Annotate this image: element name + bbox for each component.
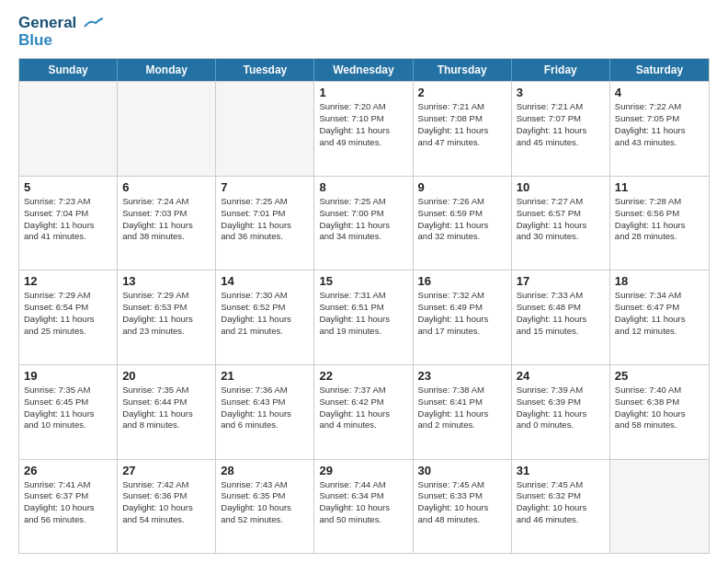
day-number: 23 — [418, 369, 506, 383]
calendar-day-19: 19Sunrise: 7:35 AM Sunset: 6:45 PM Dayli… — [19, 365, 118, 459]
calendar-day-21: 21Sunrise: 7:36 AM Sunset: 6:43 PM Dayli… — [216, 365, 314, 459]
day-number: 10 — [517, 180, 605, 194]
day-number: 8 — [319, 180, 407, 194]
day-info: Sunrise: 7:22 AM Sunset: 7:05 PM Dayligh… — [615, 101, 704, 148]
day-number: 27 — [122, 464, 210, 477]
day-number: 9 — [418, 180, 506, 194]
day-number: 22 — [319, 369, 407, 383]
day-number: 24 — [517, 369, 605, 383]
page: General Blue SundayMondayTuesdayWednesda… — [0, 0, 728, 563]
calendar-day-4: 4Sunrise: 7:22 AM Sunset: 7:05 PM Daylig… — [610, 82, 709, 176]
calendar-week-4: 19Sunrise: 7:35 AM Sunset: 6:45 PM Dayli… — [19, 364, 709, 459]
calendar-day-23: 23Sunrise: 7:38 AM Sunset: 6:41 PM Dayli… — [414, 365, 512, 459]
header: General Blue — [18, 15, 710, 49]
day-info: Sunrise: 7:21 AM Sunset: 7:07 PM Dayligh… — [517, 101, 605, 148]
weekday-header-sunday: Sunday — [19, 59, 118, 81]
weekday-header-wednesday: Wednesday — [314, 59, 413, 81]
day-info: Sunrise: 7:35 AM Sunset: 6:45 PM Dayligh… — [24, 385, 112, 431]
day-info: Sunrise: 7:24 AM Sunset: 7:03 PM Dayligh… — [122, 196, 210, 243]
day-number: 16 — [418, 274, 506, 288]
calendar-day-2: 2Sunrise: 7:21 AM Sunset: 7:08 PM Daylig… — [414, 82, 512, 176]
day-info: Sunrise: 7:36 AM Sunset: 6:43 PM Dayligh… — [221, 385, 309, 431]
day-number: 7 — [221, 180, 309, 194]
calendar-day-30: 30Sunrise: 7:45 AM Sunset: 6:33 PM Dayli… — [414, 460, 512, 554]
day-number: 28 — [221, 464, 309, 477]
calendar-day-20: 20Sunrise: 7:35 AM Sunset: 6:44 PM Dayli… — [118, 365, 216, 459]
calendar-day-3: 3Sunrise: 7:21 AM Sunset: 7:07 PM Daylig… — [512, 82, 610, 176]
calendar-day-31: 31Sunrise: 7:45 AM Sunset: 6:32 PM Dayli… — [512, 460, 610, 554]
day-info: Sunrise: 7:32 AM Sunset: 6:49 PM Dayligh… — [418, 290, 506, 337]
calendar-day-17: 17Sunrise: 7:33 AM Sunset: 6:48 PM Dayli… — [512, 270, 610, 364]
calendar-day-28: 28Sunrise: 7:43 AM Sunset: 6:35 PM Dayli… — [216, 460, 314, 554]
calendar-day-12: 12Sunrise: 7:29 AM Sunset: 6:54 PM Dayli… — [19, 270, 118, 364]
logo-bird-icon — [83, 17, 103, 30]
calendar-day-1: 1Sunrise: 7:20 AM Sunset: 7:10 PM Daylig… — [314, 82, 413, 176]
day-info: Sunrise: 7:30 AM Sunset: 6:52 PM Dayligh… — [221, 290, 309, 337]
day-info: Sunrise: 7:35 AM Sunset: 6:44 PM Dayligh… — [122, 385, 210, 431]
weekday-header-friday: Friday — [512, 59, 610, 81]
calendar-day-27: 27Sunrise: 7:42 AM Sunset: 6:36 PM Dayli… — [118, 460, 216, 554]
day-number: 13 — [122, 274, 210, 288]
calendar-day-8: 8Sunrise: 7:25 AM Sunset: 7:00 PM Daylig… — [314, 177, 413, 270]
day-info: Sunrise: 7:27 AM Sunset: 6:57 PM Dayligh… — [517, 196, 605, 243]
weekday-header-saturday: Saturday — [610, 59, 709, 81]
calendar-day-14: 14Sunrise: 7:30 AM Sunset: 6:52 PM Dayli… — [216, 270, 314, 364]
day-number: 25 — [615, 369, 704, 383]
day-info: Sunrise: 7:20 AM Sunset: 7:10 PM Dayligh… — [319, 101, 407, 148]
day-info: Sunrise: 7:42 AM Sunset: 6:36 PM Dayligh… — [122, 479, 210, 526]
calendar-week-5: 26Sunrise: 7:41 AM Sunset: 6:37 PM Dayli… — [19, 459, 709, 554]
day-info: Sunrise: 7:28 AM Sunset: 6:56 PM Dayligh… — [615, 196, 704, 243]
day-info: Sunrise: 7:29 AM Sunset: 6:54 PM Dayligh… — [24, 290, 112, 337]
day-number: 31 — [517, 464, 605, 477]
calendar-day-5: 5Sunrise: 7:23 AM Sunset: 7:04 PM Daylig… — [19, 177, 118, 270]
day-number: 18 — [615, 274, 704, 288]
day-info: Sunrise: 7:26 AM Sunset: 6:59 PM Dayligh… — [418, 196, 506, 243]
calendar-day-11: 11Sunrise: 7:28 AM Sunset: 6:56 PM Dayli… — [610, 177, 709, 270]
calendar-week-1: 1Sunrise: 7:20 AM Sunset: 7:10 PM Daylig… — [19, 81, 709, 176]
day-number: 12 — [24, 274, 112, 288]
day-number: 30 — [418, 464, 506, 477]
day-info: Sunrise: 7:45 AM Sunset: 6:33 PM Dayligh… — [418, 479, 506, 526]
day-number: 21 — [221, 369, 309, 383]
calendar-day-empty — [118, 82, 216, 176]
day-info: Sunrise: 7:41 AM Sunset: 6:37 PM Dayligh… — [24, 479, 112, 526]
calendar-day-empty — [610, 460, 709, 554]
calendar-header: SundayMondayTuesdayWednesdayThursdayFrid… — [19, 59, 709, 81]
calendar-day-13: 13Sunrise: 7:29 AM Sunset: 6:53 PM Dayli… — [118, 270, 216, 364]
weekday-header-thursday: Thursday — [414, 59, 512, 81]
day-info: Sunrise: 7:45 AM Sunset: 6:32 PM Dayligh… — [517, 479, 605, 526]
day-number: 1 — [319, 86, 407, 99]
day-number: 6 — [122, 180, 210, 194]
day-number: 2 — [418, 86, 506, 99]
day-info: Sunrise: 7:23 AM Sunset: 7:04 PM Dayligh… — [24, 196, 112, 243]
calendar-day-22: 22Sunrise: 7:37 AM Sunset: 6:42 PM Dayli… — [314, 365, 413, 459]
calendar-body: 1Sunrise: 7:20 AM Sunset: 7:10 PM Daylig… — [19, 81, 709, 553]
day-number: 20 — [122, 369, 210, 383]
calendar-week-2: 5Sunrise: 7:23 AM Sunset: 7:04 PM Daylig… — [19, 176, 709, 270]
day-info: Sunrise: 7:31 AM Sunset: 6:51 PM Dayligh… — [319, 290, 407, 337]
calendar: SundayMondayTuesdayWednesdayThursdayFrid… — [18, 58, 710, 554]
calendar-day-empty — [19, 82, 118, 176]
weekday-header-tuesday: Tuesday — [216, 59, 314, 81]
logo: General Blue — [18, 15, 103, 49]
day-info: Sunrise: 7:21 AM Sunset: 7:08 PM Dayligh… — [418, 101, 506, 148]
calendar-day-25: 25Sunrise: 7:40 AM Sunset: 6:38 PM Dayli… — [610, 365, 709, 459]
day-info: Sunrise: 7:43 AM Sunset: 6:35 PM Dayligh… — [221, 479, 309, 526]
calendar-day-6: 6Sunrise: 7:24 AM Sunset: 7:03 PM Daylig… — [118, 177, 216, 270]
day-info: Sunrise: 7:34 AM Sunset: 6:47 PM Dayligh… — [615, 290, 704, 337]
day-info: Sunrise: 7:44 AM Sunset: 6:34 PM Dayligh… — [319, 479, 407, 526]
day-number: 15 — [319, 274, 407, 288]
calendar-day-empty — [216, 82, 314, 176]
day-info: Sunrise: 7:25 AM Sunset: 7:01 PM Dayligh… — [221, 196, 309, 243]
day-number: 11 — [615, 180, 704, 194]
day-info: Sunrise: 7:33 AM Sunset: 6:48 PM Dayligh… — [517, 290, 605, 337]
day-number: 29 — [319, 464, 407, 477]
calendar-day-9: 9Sunrise: 7:26 AM Sunset: 6:59 PM Daylig… — [414, 177, 512, 270]
calendar-week-3: 12Sunrise: 7:29 AM Sunset: 6:54 PM Dayli… — [19, 270, 709, 364]
calendar-day-15: 15Sunrise: 7:31 AM Sunset: 6:51 PM Dayli… — [314, 270, 413, 364]
day-number: 4 — [615, 86, 704, 99]
logo-text: General Blue — [18, 15, 103, 49]
day-number: 17 — [517, 274, 605, 288]
calendar-day-18: 18Sunrise: 7:34 AM Sunset: 6:47 PM Dayli… — [610, 270, 709, 364]
calendar-day-24: 24Sunrise: 7:39 AM Sunset: 6:39 PM Dayli… — [512, 365, 610, 459]
